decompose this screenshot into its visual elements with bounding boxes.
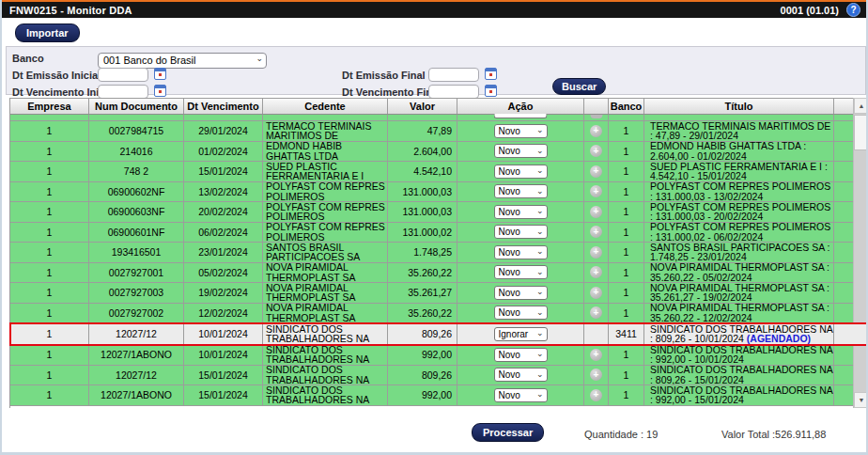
clipped-add-button (590, 115, 602, 118)
cell-cedente: SINDICATO DOS TRABALHADORES NA (263, 323, 388, 345)
add-icon[interactable]: + (590, 145, 602, 157)
add-icon[interactable]: + (590, 349, 602, 361)
cell-titulo: POLYFAST COM REPRES POLIMEROS : 131.000,… (644, 202, 834, 223)
dt-vencimento-final-input[interactable] (428, 85, 479, 99)
title-bar: FNW0215 - Monitor DDA 0001 (01.01) ? (2, 0, 866, 18)
cell-valor: 35.261,27 (388, 283, 457, 304)
cell-cedente: POLYFAST COM REPRES POLIMEROS (263, 202, 388, 223)
add-icon[interactable]: + (590, 185, 602, 197)
table-body: 1 0027984715 29/01/2024 TERMACO TERMINAI… (10, 115, 868, 406)
cell-dt-vencimento: 20/02/2024 (184, 202, 263, 223)
cell-valor: 809,26 (388, 323, 457, 345)
cell-empresa: 1 (10, 323, 89, 345)
calendar-icon[interactable] (485, 68, 497, 80)
cell-banco: 1 (609, 162, 644, 182)
table-row: 1 193416501 23/01/2024 SANTOS BRASIL PAR… (10, 243, 868, 263)
scroll-down-icon[interactable]: ▼ (854, 392, 868, 408)
cell-num-documento: 193416501 (89, 243, 184, 263)
clipped-select (494, 114, 548, 118)
valor-total-value: 526.911,88 (775, 429, 826, 440)
calendar-icon[interactable] (154, 85, 166, 97)
cell-banco: 1 (609, 121, 644, 142)
acao-select[interactable]: Novo ⌄ (494, 348, 548, 362)
cell-banco: 1 (609, 304, 644, 324)
cell-cedente: SUED PLASTIC FERRAMENTARIA E I (263, 162, 388, 182)
acao-select[interactable]: Ignorar ⌄ (494, 327, 548, 341)
version-code: 0001 (01.01) (781, 5, 839, 16)
cell-dt-vencimento: 10/01/2024 (184, 345, 263, 366)
col-acao: Ação (457, 99, 584, 114)
table-row: 1 12027/1ABONO 10/01/2024 SINDICATO DOS … (10, 345, 868, 366)
acao-select[interactable]: Novo ⌄ (494, 225, 548, 239)
cell-banco: 1 (609, 385, 644, 406)
importar-button[interactable]: Importar (15, 24, 80, 42)
cell-dt-vencimento: 23/01/2024 (184, 243, 263, 263)
filter-panel: Banco 001 Banco do Brasil ⌄ Dt Emissão I… (6, 46, 866, 95)
cell-titulo: NOVA PIRAMIDAL THERMOPLAST SA : 35.260,2… (644, 263, 834, 284)
table-row: 1 12027/12 15/01/2024 SINDICATO DOS TRAB… (10, 366, 868, 386)
dt-emissao-inicial-label: Dt Emissão Inicial (12, 70, 101, 81)
add-icon[interactable]: + (590, 389, 602, 401)
cell-valor: 131.000,02 (388, 223, 457, 243)
help-icon[interactable]: ? (846, 3, 860, 17)
scrollbar-thumb[interactable] (854, 115, 868, 150)
acao-select[interactable]: Novo ⌄ (494, 368, 548, 382)
cell-dt-vencimento: 19/02/2024 (184, 283, 263, 304)
add-icon[interactable]: + (590, 287, 602, 299)
add-icon[interactable]: + (590, 226, 602, 238)
scroll-up-icon[interactable]: ▲ (854, 98, 868, 114)
add-icon[interactable]: + (590, 246, 602, 259)
acao-select[interactable]: Novo ⌄ (494, 245, 548, 259)
cell-titulo: SINDICATO DOS TRABALHADORES NA : 992,00 … (644, 345, 834, 366)
add-icon[interactable]: + (590, 369, 602, 381)
acao-select[interactable]: Novo ⌄ (494, 265, 548, 279)
add-icon[interactable]: + (590, 206, 602, 218)
cell-dt-vencimento: 10/01/2024 (184, 323, 263, 345)
cell-empresa: 1 (10, 223, 89, 243)
dt-emissao-final-input[interactable] (428, 68, 479, 82)
banco-select[interactable]: 001 Banco do Brasil ⌄ (98, 51, 267, 67)
cell-dt-vencimento: 05/02/2024 (184, 263, 263, 284)
add-icon[interactable]: + (590, 125, 602, 137)
processar-button[interactable]: Processar (472, 423, 544, 442)
buscar-button[interactable]: Buscar (552, 78, 606, 95)
cell-empresa: 1 (10, 202, 89, 223)
quantidade-value: 19 (646, 429, 658, 440)
cell-banco: 1 (609, 283, 644, 304)
dt-emissao-inicial-input[interactable] (98, 68, 148, 82)
calendar-icon[interactable] (154, 68, 166, 80)
dt-emissao-final-label: Dt Emissão Final (342, 70, 426, 81)
vertical-scrollbar[interactable]: ▲ ▼ (853, 98, 868, 408)
cell-empresa: 1 (10, 142, 89, 163)
table-row: 1 0027927003 19/02/2024 NOVA PIRAMIDAL T… (10, 283, 868, 304)
acao-select[interactable]: Novo ⌄ (494, 144, 548, 158)
add-icon[interactable]: + (590, 306, 602, 319)
cell-cedente: SINDICATO DOS TRABALHADORES NA (263, 366, 388, 386)
cell-dt-vencimento: 15/01/2024 (184, 162, 263, 182)
acao-select[interactable]: Novo ⌄ (494, 165, 548, 179)
cell-valor: 131.000,03 (388, 202, 457, 223)
calendar-icon[interactable] (485, 85, 497, 97)
cell-banco: 1 (609, 182, 644, 203)
acao-select[interactable]: Novo ⌄ (494, 286, 548, 300)
cell-empresa: 1 (10, 121, 89, 142)
cell-valor: 4.542,10 (388, 162, 457, 182)
dt-vencimento-inicial-input[interactable] (98, 85, 148, 99)
cell-titulo: SINDICATO DOS TRABALHADORES NA : 809,26 … (644, 323, 834, 345)
cell-cedente: SANTOS BRASIL PARTICIPACOES SA (263, 243, 388, 263)
table-row: 1 12027/1ABONO 15/01/2024 SINDICATO DOS … (10, 385, 868, 406)
acao-select[interactable]: Novo ⌄ (494, 306, 548, 320)
acao-select[interactable]: Novo ⌄ (494, 388, 548, 402)
cell-dt-vencimento: 29/01/2024 (184, 121, 263, 142)
cell-cedente: NOVA PIRAMIDAL THERMOPLAST SA (263, 263, 388, 284)
acao-select[interactable]: Novo ⌄ (494, 184, 548, 198)
agendado-badge: (AGENDADO) (747, 333, 811, 344)
col-banco: Banco (609, 99, 644, 114)
table-row: 1 0027927002 12/02/2024 NOVA PIRAMIDAL T… (10, 304, 868, 324)
page-title: FNW0215 - Monitor DDA (9, 5, 132, 16)
acao-select[interactable]: Novo ⌄ (494, 124, 548, 138)
add-icon[interactable]: + (590, 165, 602, 178)
col-add (584, 99, 609, 114)
acao-select[interactable]: Novo ⌄ (494, 205, 548, 219)
add-icon[interactable]: + (590, 266, 602, 278)
